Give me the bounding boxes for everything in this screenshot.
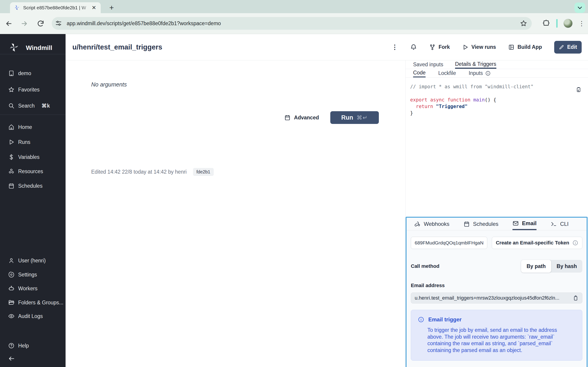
site-settings-icon[interactable] xyxy=(55,20,62,27)
browser-menu-icon[interactable]: ⋮ xyxy=(579,20,585,27)
back-icon[interactable] xyxy=(5,20,14,27)
calendar-icon xyxy=(464,221,470,227)
sidebar-item-user[interactable]: User (henri) xyxy=(0,255,65,266)
calendar-icon xyxy=(284,114,291,121)
notifications-bell-icon[interactable] xyxy=(410,44,417,51)
sidebar-item-audit-logs[interactable]: Audit Logs xyxy=(0,311,65,322)
info-icon xyxy=(572,240,578,246)
arrow-left-icon xyxy=(8,355,15,362)
sidebar-item-workspace[interactable]: demo xyxy=(0,68,65,79)
info-box-title: Email trigger xyxy=(428,316,462,323)
sidebar-item-label: Audit Logs xyxy=(18,313,43,319)
sidebar-item-search[interactable]: Search ⌘k xyxy=(0,100,65,111)
tab-schedules-label: Schedules xyxy=(473,221,498,227)
info-icon xyxy=(485,71,491,76)
tab-email-label: Email xyxy=(522,220,537,226)
code-lines: // import * as wmill from "windmill-clie… xyxy=(410,83,582,117)
copy-code-icon[interactable] xyxy=(575,87,582,93)
pencil-icon xyxy=(559,44,564,50)
tab-inputs[interactable]: Inputs xyxy=(469,69,491,77)
address-bar[interactable]: app.windmill.dev/scripts/get/e857be88e0f… xyxy=(52,17,532,30)
star-icon xyxy=(8,86,15,93)
refresh-icon[interactable] xyxy=(37,20,46,27)
extensions-icon[interactable] xyxy=(543,19,550,27)
chevron-down-icon xyxy=(578,7,581,9)
new-tab-button[interactable]: + xyxy=(109,3,114,12)
email-token-input[interactable] xyxy=(411,237,487,249)
toolbar-divider xyxy=(556,19,558,28)
bookmark-star-icon[interactable] xyxy=(520,20,527,27)
search-icon xyxy=(8,103,15,109)
tab-saved-inputs[interactable]: Saved inputs xyxy=(413,60,443,69)
sidebar-item-resources[interactable]: Resources xyxy=(0,166,65,177)
email-trigger-info-box: Email trigger To trigger the job by emai… xyxy=(411,310,582,361)
sidebar-item-workers[interactable]: Workers xyxy=(0,283,65,294)
create-email-token-button[interactable]: Create an Email-specific Token xyxy=(492,237,582,249)
forward-icon[interactable] xyxy=(20,20,30,27)
tab-search-button[interactable] xyxy=(574,2,585,13)
more-options-icon[interactable]: ⋮ xyxy=(392,43,398,51)
page-title: u/henri/test_email_triggers xyxy=(72,43,162,51)
view-runs-button[interactable]: View runs xyxy=(462,44,496,50)
sidebar: Windmill demo Favorites Search ⌘k Home xyxy=(0,34,65,367)
edit-button[interactable]: Edit xyxy=(554,41,582,54)
advanced-button[interactable]: Advanced xyxy=(284,114,319,121)
eye-icon xyxy=(8,313,15,319)
sidebar-brand[interactable]: Windmill xyxy=(8,42,52,54)
sidebar-item-schedules[interactable]: Schedules xyxy=(0,180,65,191)
browser-tabstrip: Script e857be88e0fde2b1 | W ✕ + xyxy=(0,0,588,13)
triggers-panel: Webhooks Schedules Email xyxy=(406,217,588,367)
info-circle-icon xyxy=(418,316,424,323)
tab-inputs-label: Inputs xyxy=(469,70,483,76)
build-app-label: Build App xyxy=(517,44,542,50)
sidebar-item-variables[interactable]: Variables xyxy=(0,152,65,163)
code-viewer[interactable]: // import * as wmill from "windmill-clie… xyxy=(406,78,588,117)
browser-chrome: Script e857be88e0fde2b1 | W ✕ + a xyxy=(0,0,588,34)
browser-tab[interactable]: Script e857be88e0fde2b1 | W ✕ xyxy=(10,2,101,13)
run-button[interactable]: Run ⌘↵ xyxy=(330,111,379,124)
advanced-label: Advanced xyxy=(294,115,319,121)
view-runs-label: View runs xyxy=(471,44,496,50)
sidebar-item-label: Settings xyxy=(18,272,37,278)
building-icon xyxy=(8,70,15,76)
sidebar-item-home[interactable]: Home xyxy=(0,122,65,133)
edited-text: Edited 14:42 22/8 today at 14:42 by henr… xyxy=(91,169,187,175)
tab-schedules-trigger[interactable]: Schedules xyxy=(464,218,498,230)
email-address-field[interactable]: u.henri.test_email_triggers+mrsw23zlouxg… xyxy=(411,292,582,303)
tab-webhooks-label: Webhooks xyxy=(424,221,449,227)
by-path-option[interactable]: By path xyxy=(521,260,551,273)
gear-icon xyxy=(8,271,15,278)
dollar-icon xyxy=(8,154,15,160)
windmill-favicon-icon xyxy=(14,5,20,11)
tab-webhooks[interactable]: Webhooks xyxy=(414,218,449,230)
sidebar-item-help[interactable]: Help xyxy=(0,340,65,351)
sidebar-item-runs[interactable]: Runs xyxy=(0,137,65,148)
sidebar-item-settings[interactable]: Settings xyxy=(0,269,65,280)
tab-code[interactable]: Code xyxy=(413,69,425,77)
user-icon xyxy=(8,257,15,264)
tab-email[interactable]: Email xyxy=(513,218,537,230)
tab-close-icon[interactable]: ✕ xyxy=(91,5,97,11)
sidebar-item-favorites[interactable]: Favorites xyxy=(0,84,65,95)
sidebar-collapse-button[interactable] xyxy=(0,353,65,364)
tab-details-triggers[interactable]: Details & Triggers xyxy=(455,60,496,69)
sidebar-item-label: demo xyxy=(18,70,31,76)
layout-grid-icon xyxy=(508,44,514,50)
call-method-label: Call method xyxy=(411,263,439,269)
fork-button[interactable]: Fork xyxy=(429,44,450,50)
tab-cli[interactable]: CLI xyxy=(551,218,569,230)
build-app-button[interactable]: Build App xyxy=(508,44,542,50)
sidebar-item-label: Favorites xyxy=(18,87,40,93)
by-hash-option[interactable]: By hash xyxy=(551,260,582,273)
profile-avatar[interactable] xyxy=(564,19,572,28)
tab-lockfile[interactable]: Lockfile xyxy=(438,69,456,77)
fork-icon xyxy=(429,44,436,50)
version-badge[interactable]: fde2b1 xyxy=(193,168,214,176)
search-shortcut: ⌘k xyxy=(41,103,50,109)
page-header: u/henri/test_email_triggers ⋮ Fork View … xyxy=(65,34,588,60)
webhook-icon xyxy=(414,221,421,227)
brand-label: Windmill xyxy=(26,44,52,51)
sidebar-item-folders-groups[interactable]: Folders & Groups... xyxy=(0,297,65,308)
copy-icon[interactable] xyxy=(572,295,579,301)
call-method-toggle: By path By hash xyxy=(521,260,582,273)
